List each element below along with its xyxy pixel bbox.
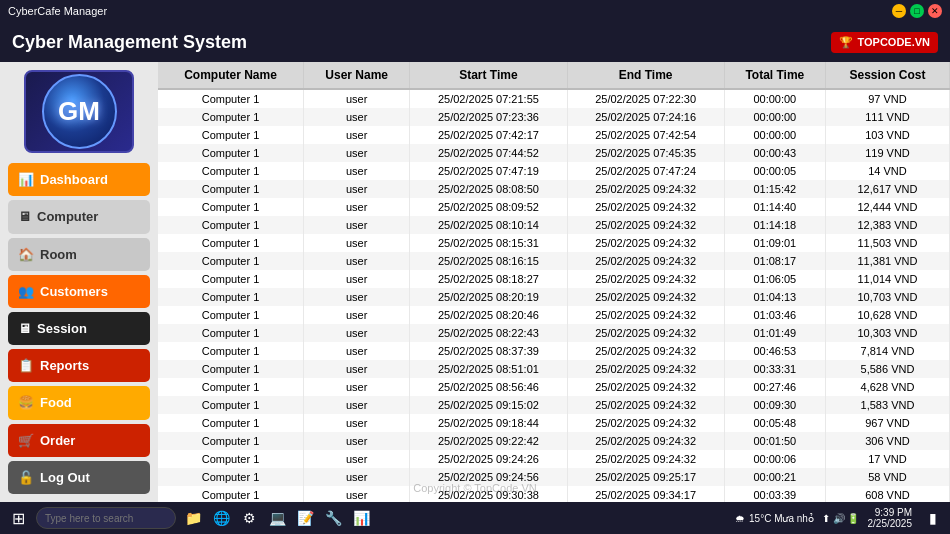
table-row: Computer 1user25/02/2025 08:10:1425/02/2… [158,216,950,234]
table-cell: 01:04:13 [724,288,825,306]
table-row: Computer 1user25/02/2025 08:37:3925/02/2… [158,342,950,360]
table-cell: user [304,252,410,270]
table-cell: Computer 1 [158,162,304,180]
logo-circle: GM [42,74,117,149]
table-cell: user [304,360,410,378]
table-cell: 58 VND [825,468,949,486]
table-cell: Computer 1 [158,306,304,324]
table-cell: 5,586 VND [825,360,949,378]
table-cell: user [304,306,410,324]
table-body: Computer 1user25/02/2025 07:21:5525/02/2… [158,89,950,502]
table-row: Computer 1user25/02/2025 09:24:2625/02/2… [158,450,950,468]
nav-reports[interactable]: 📋 Reports [8,349,150,382]
taskbar-vscode[interactable]: 📝 [292,505,318,531]
nav-order[interactable]: 🛒 Order [8,424,150,457]
table-cell: user [304,288,410,306]
table-cell: 306 VND [825,432,949,450]
computer-label: Computer [37,209,98,224]
table-cell: user [304,216,410,234]
table-cell: 00:00:00 [724,89,825,108]
logo-icon: 🏆 [839,36,853,49]
table-cell: 00:33:31 [724,360,825,378]
table-cell: 111 VND [825,108,949,126]
table-cell: Computer 1 [158,378,304,396]
nav-session[interactable]: 🖥 Session [8,312,150,345]
session-icon: 🖥 [18,321,31,336]
table-cell: Computer 1 [158,468,304,486]
table-cell: Computer 1 [158,144,304,162]
table-row: Computer 1user25/02/2025 07:42:1725/02/2… [158,126,950,144]
table-cell: 00:03:39 [724,486,825,502]
nav-customers[interactable]: 👥 Customers [8,275,150,308]
table-cell: 10,703 VND [825,288,949,306]
table-cell: Computer 1 [158,198,304,216]
table-cell: 01:15:42 [724,180,825,198]
col-computer-name: Computer Name [158,62,304,89]
table-cell: 00:00:43 [724,144,825,162]
table-row: Computer 1user25/02/2025 08:15:3125/02/2… [158,234,950,252]
table-cell: 25/02/2025 09:24:32 [567,414,724,432]
col-end-time: End Time [567,62,724,89]
taskbar-search[interactable] [36,507,176,529]
table-cell: 25/02/2025 08:56:46 [410,378,567,396]
nav-computer[interactable]: 🖥 Computer [8,200,150,233]
table-cell: 25/02/2025 09:24:32 [567,216,724,234]
col-total-time: Total Time [724,62,825,89]
table-cell: Computer 1 [158,342,304,360]
table-cell: user [304,180,410,198]
table-cell: 25/02/2025 09:24:32 [567,198,724,216]
taskbar-file-explorer[interactable]: 📁 [180,505,206,531]
table-header-row: Computer Name User Name Start Time End T… [158,62,950,89]
table-row: Computer 1user25/02/2025 08:56:4625/02/2… [158,378,950,396]
table-wrapper[interactable]: Computer Name User Name Start Time End T… [158,62,950,502]
table-cell: user [304,234,410,252]
table-cell: 119 VND [825,144,949,162]
table-row: Computer 1user25/02/2025 08:20:4625/02/2… [158,306,950,324]
weather-icon: 🌧 [735,513,745,524]
table-cell: user [304,396,410,414]
table-cell: Computer 1 [158,126,304,144]
table-cell: 25/02/2025 09:15:02 [410,396,567,414]
nav-food[interactable]: 🍔 Food [8,386,150,419]
app-header-title: Cyber Management System [12,32,247,53]
start-button[interactable]: ⊞ [4,504,32,532]
nav-dashboard[interactable]: 📊 Dashboard [8,163,150,196]
taskbar-settings[interactable]: ⚙ [236,505,262,531]
table-cell: 25/02/2025 08:37:39 [410,342,567,360]
table-cell: 25/02/2025 08:18:27 [410,270,567,288]
taskbar-terminal[interactable]: 💻 [264,505,290,531]
table-cell: 10,303 VND [825,324,949,342]
table-cell: 25/02/2025 09:18:44 [410,414,567,432]
table-row: Computer 1user25/02/2025 08:18:2725/02/2… [158,270,950,288]
table-cell: 25/02/2025 07:47:24 [567,162,724,180]
app-window: CyberCafe Manager ─ □ ✕ Cyber Management… [0,0,950,534]
taskbar-app1[interactable]: 🔧 [320,505,346,531]
table-row: Computer 1user25/02/2025 09:18:4425/02/2… [158,414,950,432]
table-cell: Computer 1 [158,288,304,306]
close-button[interactable]: ✕ [928,4,942,18]
table-cell: user [304,144,410,162]
nav-logout[interactable]: 🔓 Log Out [8,461,150,494]
table-cell: user [304,486,410,502]
maximize-button[interactable]: □ [910,4,924,18]
table-cell: user [304,342,410,360]
dashboard-icon: 📊 [18,172,34,187]
table-cell: 01:06:05 [724,270,825,288]
minimize-button[interactable]: ─ [892,4,906,18]
table-row: Computer 1user25/02/2025 08:20:1925/02/2… [158,288,950,306]
nav-room[interactable]: 🏠 Room [8,238,150,271]
show-desktop-button[interactable]: ▮ [920,505,946,531]
table-row: Computer 1user25/02/2025 07:44:5225/02/2… [158,144,950,162]
table-cell: user [304,108,410,126]
table-cell: 00:00:05 [724,162,825,180]
table-row: Computer 1user25/02/2025 09:15:0225/02/2… [158,396,950,414]
table-cell: Computer 1 [158,432,304,450]
table-row: Computer 1user25/02/2025 08:08:5025/02/2… [158,180,950,198]
taskbar-app2[interactable]: 📊 [348,505,374,531]
table-row: Computer 1user25/02/2025 08:09:5225/02/2… [158,198,950,216]
table-cell: 25/02/2025 07:24:16 [567,108,724,126]
table-cell: user [304,414,410,432]
taskbar-chrome[interactable]: 🌐 [208,505,234,531]
sidebar: GM 📊 Dashboard 🖥 Computer 🏠 Room 👥 Custo… [0,62,158,502]
table-cell: 12,444 VND [825,198,949,216]
